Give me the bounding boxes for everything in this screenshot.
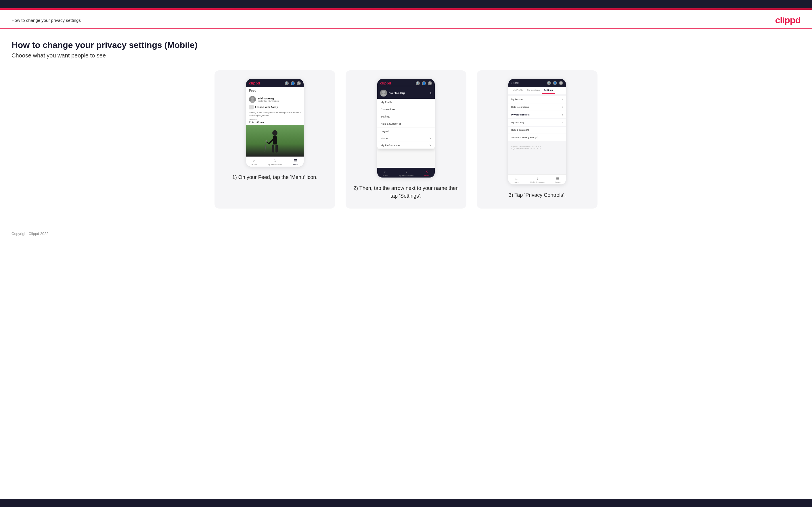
nav-performance-3[interactable]: ⤵ My Performance xyxy=(530,176,545,183)
feed-duration-label: Duration xyxy=(246,117,304,121)
avatar xyxy=(249,96,256,103)
home-icon-3: ⌂ xyxy=(515,176,517,181)
home-icon-2: ⌂ xyxy=(384,169,387,174)
user-icon-2[interactable]: 👤 xyxy=(422,81,426,85)
nav-home-label-2: Home xyxy=(383,174,388,176)
menu-avatar xyxy=(380,90,387,97)
phone-bottomnav-1: ⌂ Home ⤵ My Performance ☰ Menu xyxy=(246,157,304,167)
nav-home[interactable]: ⌂ Home xyxy=(252,159,257,165)
feed-lesson-row: Lesson with Fordy xyxy=(246,104,304,111)
phone-mockup-3: ‹ Back 🔍 👤 ⚙ My Profile Connections Sett… xyxy=(508,79,566,184)
chevron-down-icon-2: ∨ xyxy=(429,144,431,147)
home-icon: ⌂ xyxy=(253,159,255,163)
phone-icons-2: 🔍 👤 ⚙ xyxy=(416,81,432,85)
step-3-card: ‹ Back 🔍 👤 ⚙ My Profile Connections Sett… xyxy=(477,70,598,209)
settings-item-privacy-policy[interactable]: Service & Privacy Policy ⧉ xyxy=(508,134,566,141)
menu-section-home[interactable]: Home ∨ xyxy=(377,135,435,142)
menu-item-settings[interactable]: Settings xyxy=(377,113,435,120)
step-3-caption: 3) Tap ‘Privacy Controls’. xyxy=(509,191,566,199)
feed-image xyxy=(246,125,304,157)
nav-performance-label: My Performance xyxy=(268,163,283,165)
nav-performance-2[interactable]: ⤵ My Performance xyxy=(399,169,413,176)
svg-rect-6 xyxy=(272,145,274,153)
bottom-bar xyxy=(0,499,812,507)
nav-performance-label-3: My Performance xyxy=(530,181,545,183)
chevron-up-icon: ∧ xyxy=(429,91,432,95)
header: How to change your privacy settings clip… xyxy=(0,10,812,29)
menu-icon: ☰ xyxy=(294,159,297,163)
menu-section-home-label: Home xyxy=(381,137,388,140)
search-icon-2[interactable]: 🔍 xyxy=(416,81,420,85)
menu-item-help[interactable]: Help & Support ⧉ xyxy=(377,120,435,128)
feed-date: Yesterday · Sunnington xyxy=(258,100,278,102)
nav-menu-3[interactable]: ☰ Menu xyxy=(556,176,561,183)
svg-rect-7 xyxy=(275,145,278,153)
nav-performance[interactable]: ⤵ My Performance xyxy=(268,159,283,165)
nav-close[interactable]: ✕ Menu xyxy=(424,169,429,176)
back-button[interactable]: ‹ Back xyxy=(511,81,519,84)
settings-icon[interactable]: ⚙ xyxy=(297,81,301,85)
menu-overlay: Blair McHarg ∧ My Profile Connections Se… xyxy=(377,87,435,168)
menu-item-logout[interactable]: Logout xyxy=(377,128,435,135)
settings-icon-2[interactable]: ⚙ xyxy=(428,81,432,85)
menu-item-connections[interactable]: Connections xyxy=(377,106,435,113)
nav-menu[interactable]: ☰ Menu xyxy=(293,159,299,165)
menu-section-performance[interactable]: My Performance ∨ xyxy=(377,142,435,149)
settings-item-golf-bag[interactable]: My Golf Bag › xyxy=(508,119,566,126)
menu-dropdown: Blair McHarg ∧ My Profile Connections Se… xyxy=(377,87,435,149)
phone-logo-1: clippd xyxy=(249,81,260,85)
step-1-card: clippd 🔍 👤 ⚙ Feed Blair McHarg xyxy=(214,70,335,209)
close-icon: ✕ xyxy=(425,169,428,174)
phone-topbar-2: clippd 🔍 👤 ⚙ xyxy=(377,79,435,87)
phone-mockup-2: clippd 🔍 👤 ⚙ xyxy=(377,79,435,177)
svg-point-0 xyxy=(251,97,254,100)
settings-back-bar: ‹ Back 🔍 👤 ⚙ xyxy=(508,79,566,87)
settings-item-golf-bag-label: My Golf Bag xyxy=(511,121,524,124)
svg-point-1 xyxy=(250,100,255,103)
nav-home-3[interactable]: ⌂ Home xyxy=(514,176,519,183)
search-icon[interactable]: 🔍 xyxy=(285,81,289,85)
nav-home-label: Home xyxy=(252,163,257,165)
settings-icon-3[interactable]: ⚙ xyxy=(559,81,563,85)
svg-point-10 xyxy=(382,91,385,94)
tab-settings[interactable]: Settings xyxy=(542,87,555,94)
phone-bottomnav-2: ⌂ Home ⤵ My Performance ✕ Menu xyxy=(377,168,435,177)
golfer-svg xyxy=(263,128,287,157)
tab-my-profile[interactable]: My Profile xyxy=(511,87,525,94)
phone-icons-1: 🔍 👤 ⚙ xyxy=(285,81,301,85)
settings-item-privacy[interactable]: Privacy Controls › xyxy=(508,111,566,118)
svg-point-2 xyxy=(272,130,277,136)
menu-user-row[interactable]: Blair McHarg ∧ xyxy=(377,87,435,99)
search-icon-3[interactable]: 🔍 xyxy=(547,81,551,85)
feed-label: Feed xyxy=(246,87,304,94)
main-content: How to change your privacy settings (Mob… xyxy=(0,29,812,226)
settings-item-privacy-label: Privacy Controls xyxy=(511,113,529,116)
svg-line-9 xyxy=(265,141,266,152)
step-1-caption: 1) On your Feed, tap the ‘Menu’ icon. xyxy=(232,173,318,181)
top-bar xyxy=(0,0,812,8)
settings-item-account[interactable]: My Account › xyxy=(508,96,566,103)
menu-username: Blair McHarg xyxy=(389,92,405,95)
settings-item-data[interactable]: Data Integrations › xyxy=(508,103,566,111)
logo: clippd xyxy=(775,15,801,25)
nav-menu-label-3: Menu xyxy=(556,181,561,183)
chevron-right-icon-3: › xyxy=(562,113,563,116)
phone-mockup-1: clippd 🔍 👤 ⚙ Feed Blair McHarg xyxy=(246,79,304,167)
phone-bottomnav-3: ⌂ Home ⤵ My Performance ☰ Menu xyxy=(508,174,566,184)
menu-icon-3: ☰ xyxy=(556,176,560,181)
nav-home-label-3: Home xyxy=(514,181,519,183)
tab-connections[interactable]: Connections xyxy=(525,87,542,94)
user-icon-3[interactable]: 👤 xyxy=(553,81,557,85)
chevron-right-icon-1: › xyxy=(562,98,563,101)
user-icon[interactable]: 👤 xyxy=(291,81,295,85)
settings-version: Clippd Client Version: 2022.8.3-3SQL Ser… xyxy=(508,143,566,152)
nav-home-2[interactable]: ⌂ Home xyxy=(383,169,388,176)
header-title: How to change your privacy settings xyxy=(11,18,81,23)
settings-tabs: My Profile Connections Settings xyxy=(508,87,566,94)
feed-lesson-title: Lesson with Fordy xyxy=(255,106,278,109)
settings-list: My Account › Data Integrations › Privacy… xyxy=(508,94,566,143)
performance-icon-2: ⤵ xyxy=(405,169,407,174)
feed-username: Blair McHarg xyxy=(258,97,278,100)
settings-item-help[interactable]: Help & Support ⧉ xyxy=(508,127,566,133)
menu-item-profile[interactable]: My Profile xyxy=(377,99,435,106)
